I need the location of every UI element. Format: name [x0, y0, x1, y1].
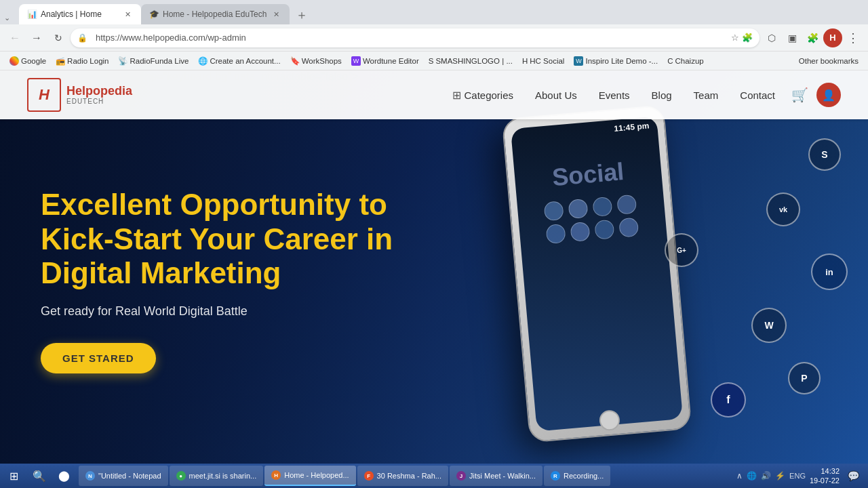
- nav-contact-label: Contact: [740, 89, 775, 101]
- taskbar-apps: N "Untitled - Notepad ● meet.jit.si is s…: [76, 466, 731, 486]
- nav-contact[interactable]: Contact: [740, 89, 775, 101]
- phone-screen: 11:45 pm Social: [511, 116, 683, 431]
- tray-clock[interactable]: 14:32 19-07-22: [810, 466, 840, 486]
- taskbar-recording[interactable]: R Recording...: [544, 466, 610, 486]
- phone-container: 11:45 pm Social: [448, 98, 854, 436]
- bookmark-inspiro[interactable]: W Inspiro Lite Demo -...: [570, 55, 662, 67]
- hero-content: Excellent Opportunity to Kick-Start Your…: [0, 134, 441, 401]
- tray-up-arrow[interactable]: ∧: [736, 471, 743, 481]
- profile-grid: [544, 194, 641, 244]
- collections-icon[interactable]: ▣: [783, 28, 802, 47]
- phone-visual: 11:45 pm Social: [420, 70, 868, 464]
- profile-pic: [544, 201, 564, 221]
- helpopedia-taskbar-icon: H: [271, 470, 281, 480]
- tray-date: 19-07-22: [810, 476, 840, 485]
- address-text: https://www.helpopedia.com/wp-admin: [96, 33, 726, 43]
- tab-helpopedia-close[interactable]: ✕: [271, 9, 281, 20]
- bookmark-wordtune[interactable]: W Wordtune Editor: [347, 55, 423, 67]
- bookmark-inspiro-label: Inspiro Lite Demo -...: [585, 57, 658, 65]
- bookmark-hcsocial[interactable]: H HC Social: [518, 56, 568, 66]
- bookmark-workshops[interactable]: 🔖 WorkShops: [286, 55, 346, 67]
- profile-pic: [618, 217, 639, 237]
- logo-text: Helpopedia EduTech: [66, 85, 132, 106]
- bookmark-chaizup[interactable]: C Chaizup: [663, 56, 708, 66]
- smashing-favicon: S: [429, 57, 434, 65]
- nav-blog[interactable]: Blog: [652, 89, 672, 101]
- hero-title: Excellent Opportunity to Kick-Start Your…: [41, 188, 400, 291]
- tab-helpopedia[interactable]: 🎓 Home - Helpopedia EduTech ✕: [141, 4, 290, 24]
- tab-analytics-title: Analytics | Home: [41, 9, 118, 19]
- cortana-button[interactable]: ⬤: [52, 464, 76, 488]
- bookmark-smashing[interactable]: S SMASHINGLOGO | ...: [425, 56, 517, 66]
- extensions-icon[interactable]: 🧩: [742, 33, 753, 43]
- jitsi-icon: J: [456, 471, 466, 481]
- get-started-button[interactable]: GET STARED: [41, 343, 156, 373]
- taskbar-search-button[interactable]: 🔍: [27, 464, 52, 488]
- bookmark-wordtune-label: Wordtune Editor: [363, 57, 419, 65]
- social-circle-s: S: [808, 138, 841, 171]
- taskbar-jitsi[interactable]: J Jitsi Meet - Walkin...: [450, 466, 542, 486]
- profile-pic: [570, 222, 590, 242]
- bookmark-google[interactable]: Google: [5, 55, 50, 67]
- tray-notification-icon[interactable]: 💬: [844, 466, 863, 485]
- refresh-button[interactable]: ↻: [49, 28, 68, 47]
- profile-button[interactable]: H: [823, 28, 842, 47]
- nav-about[interactable]: About Us: [535, 89, 577, 101]
- phone-social-network: Social: [512, 134, 668, 260]
- bookmark-star-icon[interactable]: ☆: [731, 33, 739, 43]
- taskbar-firefox[interactable]: F 30 Reshma - Rah...: [357, 466, 448, 486]
- profile-pic: [568, 199, 588, 219]
- site-nav-links: ⊞ Categories About Us Events Blog Team C…: [452, 89, 775, 102]
- grid-icon: ⊞: [452, 89, 461, 102]
- tray-language[interactable]: ENG: [789, 472, 806, 480]
- tray-volume-icon[interactable]: 🔊: [761, 471, 771, 481]
- nav-categories[interactable]: ⊞ Categories: [452, 89, 513, 102]
- chaizup-favicon: C: [667, 57, 673, 65]
- taskbar-helpopedia[interactable]: H Home - Helpoped...: [264, 466, 355, 486]
- other-bookmarks[interactable]: Other bookmarks: [795, 56, 863, 66]
- tray-battery-icon[interactable]: ⚡: [775, 471, 785, 481]
- bookmarks-bar: Google 📻 Radio Login 📡 RadioFunda Live 🌐…: [0, 52, 868, 70]
- nav-events[interactable]: Events: [599, 89, 630, 101]
- social-circle-in: in: [811, 253, 848, 290]
- tab-add-button[interactable]: ＋: [292, 5, 311, 24]
- hero-section: ') repeat;opacity:0.4;" data-name="keybo…: [0, 70, 868, 464]
- firefox-icon: F: [364, 471, 374, 481]
- tray-network-icon[interactable]: 🌐: [747, 471, 757, 481]
- bookmark-radio-login[interactable]: 📻 Radio Login: [52, 55, 113, 67]
- cart-icon[interactable]: 🛒: [791, 87, 808, 103]
- nav-about-label: About Us: [535, 89, 577, 101]
- tab-expand[interactable]: ⌄: [0, 11, 14, 24]
- menu-button[interactable]: ⋮: [844, 28, 863, 47]
- nav-events-label: Events: [599, 89, 630, 101]
- website-content: ') repeat;opacity:0.4;" data-name="keybo…: [0, 70, 868, 464]
- meet-icon: ●: [176, 471, 186, 481]
- start-button[interactable]: ⊞: [0, 464, 27, 488]
- radio-favicon: 📻: [56, 56, 65, 66]
- browser-window: ⌄ 📊 Analytics | Home ✕ 🎓 Home - Helpoped…: [0, 0, 868, 464]
- hero-subtitle: Get ready for Real World Digital Battle: [41, 304, 400, 319]
- forward-button[interactable]: →: [27, 28, 46, 47]
- nav-icons-right: ⬡ ▣ 🧩 H ⋮: [762, 28, 863, 47]
- back-button[interactable]: ←: [5, 28, 24, 47]
- bookmark-radiofunda[interactable]: 📡 RadioFunda Live: [114, 55, 193, 67]
- taskbar-notepad[interactable]: N "Untitled - Notepad: [79, 466, 168, 486]
- createaccount-favicon: 🌐: [198, 56, 208, 66]
- nav-team[interactable]: Team: [694, 89, 719, 101]
- taskbar-meet[interactable]: ● meet.jit.si is sharin...: [170, 466, 264, 486]
- extensions-btn[interactable]: 🧩: [803, 28, 822, 47]
- site-nav-icons: 🛒 👤: [791, 83, 841, 107]
- phone-body: 11:45 pm Social: [502, 104, 692, 443]
- profile-pic: [592, 197, 612, 217]
- bookmark-createaccount[interactable]: 🌐 Create an Account...: [194, 55, 284, 67]
- taskbar-tray: ∧ 🌐 🔊 ⚡ ENG 14:32 19-07-22 💬: [731, 466, 868, 486]
- tab-analytics-close[interactable]: ✕: [122, 9, 133, 20]
- address-bar[interactable]: 🔒 https://www.helpopedia.com/wp-admin ☆ …: [71, 28, 760, 47]
- user-icon[interactable]: 👤: [816, 83, 841, 107]
- tab-helpopedia-favicon: 🎓: [149, 9, 159, 19]
- taskbar-meet-label: meet.jit.si is sharin...: [189, 472, 257, 480]
- bookmark-hcsocial-label: HC Social: [530, 57, 564, 65]
- tab-analytics[interactable]: 📊 Analytics | Home ✕: [19, 4, 141, 24]
- cast-icon[interactable]: ⬡: [762, 28, 781, 47]
- social-circle-f: f: [711, 382, 746, 418]
